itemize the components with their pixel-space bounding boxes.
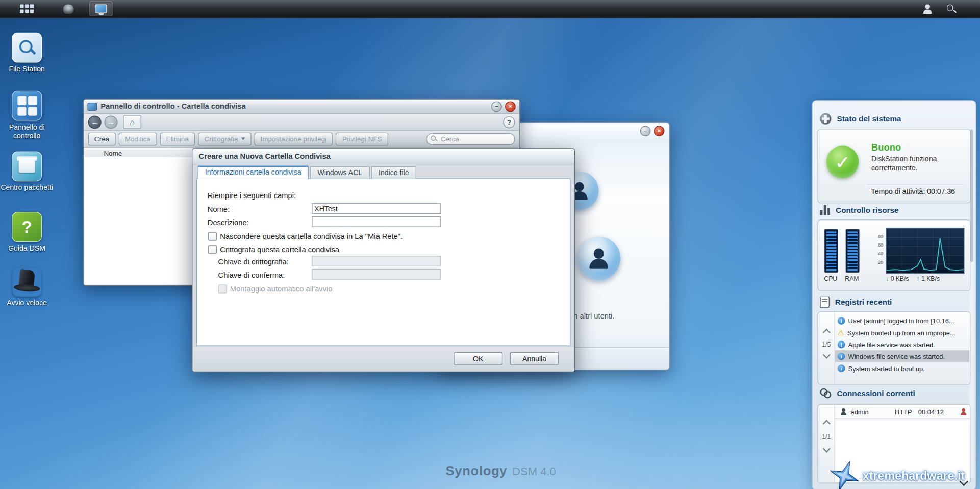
hide-folder-label: Nascondere questa cartella condivisa in … xyxy=(220,232,403,241)
magnifier-icon xyxy=(19,39,35,56)
uptime-text: Tempo di attività: 00:07:36 xyxy=(871,188,955,195)
dialog-titlebar[interactable]: Creare una Nuova Cartella Condivisa xyxy=(192,149,574,165)
back-button[interactable]: ← xyxy=(88,115,102,129)
log-row[interactable]: i System started to boot up. xyxy=(835,362,969,374)
search-button[interactable] xyxy=(941,2,961,16)
tab-file-index[interactable]: Indice file xyxy=(371,166,416,179)
tab-shared-folder-info[interactable]: Informazioni cartella condivisa xyxy=(197,165,309,179)
window-titlebar[interactable]: Pannello di controllo - Cartella condivi… xyxy=(84,100,519,114)
form-intro: Riempire i seguenti campi: xyxy=(208,191,296,200)
desktop-icon-quick-start[interactable]: Avvio veloce xyxy=(0,267,54,307)
search-box xyxy=(426,133,515,144)
page-up-icon[interactable] xyxy=(823,328,831,336)
panel-scrollbar[interactable] xyxy=(969,130,974,479)
main-menu-button[interactable] xyxy=(15,2,39,16)
cpu-gauge xyxy=(824,229,838,273)
forward-button[interactable]: → xyxy=(105,115,118,129)
hide-folder-checkbox[interactable] xyxy=(208,232,217,241)
control-panel-icon xyxy=(12,91,42,121)
log-row[interactable]: i Apple file service was started. xyxy=(835,338,969,350)
encryption-key-field[interactable] xyxy=(312,256,440,266)
upload-value: 1 KB/s xyxy=(921,275,940,282)
nfs-privileges-button[interactable]: Privilegi NFS xyxy=(336,132,388,145)
ok-button[interactable]: OK xyxy=(454,352,502,365)
window-icon xyxy=(88,102,97,110)
close-button[interactable]: × xyxy=(505,101,516,112)
package-center-icon xyxy=(12,151,42,181)
create-button[interactable]: Crea xyxy=(88,132,116,145)
edit-button[interactable]: Modifica xyxy=(119,132,157,145)
logs-pagination: 1/5 xyxy=(818,312,835,384)
page-down-icon[interactable] xyxy=(823,445,831,453)
create-shared-folder-dialog: Creare una Nuova Cartella Condivisa Info… xyxy=(192,148,575,372)
network-legend: ↓ 0 KB/s ↑ 1 KB/s xyxy=(886,275,940,282)
page-down-icon[interactable] xyxy=(823,351,831,359)
desktop-icon-label: Pannello di controllo xyxy=(0,123,54,140)
upload-arrow-icon: ↑ xyxy=(916,275,919,282)
help-button[interactable]: ? xyxy=(503,116,515,128)
person-icon xyxy=(588,248,610,269)
pilot-view-icon xyxy=(63,4,74,13)
status-ok-icon: ✓ xyxy=(826,145,859,178)
tab-windows-acl[interactable]: Windows ACL xyxy=(310,166,370,179)
search-icon xyxy=(946,4,956,13)
log-row[interactable]: ⚠ System booted up from an imprope... xyxy=(835,327,969,338)
privileges-setup-button[interactable]: Impostazione privilegi xyxy=(254,132,333,145)
log-row[interactable]: i Windows file service was started. xyxy=(835,350,969,362)
download-arrow-icon: ↓ xyxy=(886,275,889,282)
recent-logs-title: Registri recenti xyxy=(835,298,892,306)
desktop-icon-control-panel[interactable]: Pannello di controllo xyxy=(0,91,54,140)
dsm-watermark: Synology DSM 4.0 xyxy=(446,463,556,478)
cpu-label: CPU xyxy=(822,275,839,282)
encrypt-folder-checkbox[interactable] xyxy=(208,245,217,254)
auto-mount-checkbox[interactable] xyxy=(218,284,227,293)
connection-user: admin xyxy=(850,408,868,415)
window-title: Pannello di controllo - Cartella condivi… xyxy=(100,102,245,111)
show-desktop-button[interactable] xyxy=(89,1,112,16)
close-button[interactable]: × xyxy=(654,126,665,136)
recent-logs-header: Registri recenti xyxy=(820,297,892,308)
log-text: User [admin] logged in from [10.16... xyxy=(848,317,954,325)
encryption-dropdown-button[interactable]: Crittografia xyxy=(198,132,251,145)
confirm-key-label: Chiave di conferma: xyxy=(218,271,285,280)
xtremehardware-logo: xtremehardware.it xyxy=(829,460,965,489)
page-up-icon[interactable] xyxy=(823,420,831,428)
disconnect-user-icon[interactable] xyxy=(960,408,967,415)
desktop-icon-file-station[interactable]: File Station xyxy=(0,33,54,74)
connection-row[interactable]: admin HTTP 00:04:12 xyxy=(835,406,969,418)
pilot-view-button[interactable] xyxy=(58,2,79,16)
home-button[interactable]: ⌂ xyxy=(123,115,141,129)
system-status-title: Stato del sistema xyxy=(837,114,901,123)
cancel-button[interactable]: Annulla xyxy=(510,352,559,365)
log-row[interactable]: i User [admin] logged in from [10.16... xyxy=(835,314,969,326)
desktop-icon-dsm-help[interactable]: ? Guida DSM xyxy=(0,212,54,253)
logs-page-indicator: 1/5 xyxy=(818,341,835,348)
show-desktop-icon xyxy=(95,5,107,13)
tiles-icon xyxy=(17,96,37,115)
search-input[interactable] xyxy=(439,134,511,143)
resource-monitor-card: CPU RAM 80 60 40 20 xyxy=(818,219,971,291)
desktop-icon-package-center[interactable]: Centro pacchetti xyxy=(0,151,54,192)
description-label: Descrizione: xyxy=(208,218,249,227)
current-connections-title: Connessioni correnti xyxy=(837,389,915,398)
connection-time: 00:04:12 xyxy=(918,408,944,415)
confirm-key-field[interactable] xyxy=(312,269,440,280)
minimize-button[interactable]: – xyxy=(491,101,502,112)
info-icon: i xyxy=(838,364,845,372)
user-menu-button[interactable] xyxy=(918,2,938,16)
ytick-80: 80 xyxy=(873,233,884,239)
minimize-button[interactable]: – xyxy=(640,126,651,136)
download-value: 0 KB/s xyxy=(891,275,909,282)
question-mark-icon: ? xyxy=(22,217,32,237)
star-icon xyxy=(824,456,865,489)
taskbar xyxy=(0,0,980,18)
description-field[interactable] xyxy=(312,216,440,227)
status-badge-icon xyxy=(820,113,831,125)
status-value: Buono xyxy=(871,142,901,153)
divider xyxy=(867,184,964,184)
delete-button[interactable]: Elimina xyxy=(160,132,195,145)
user-sphere-icon[interactable] xyxy=(577,236,621,280)
info-icon: i xyxy=(838,352,845,360)
stage: File Station Pannello di controllo Centr… xyxy=(0,0,980,489)
name-field[interactable] xyxy=(312,203,440,214)
